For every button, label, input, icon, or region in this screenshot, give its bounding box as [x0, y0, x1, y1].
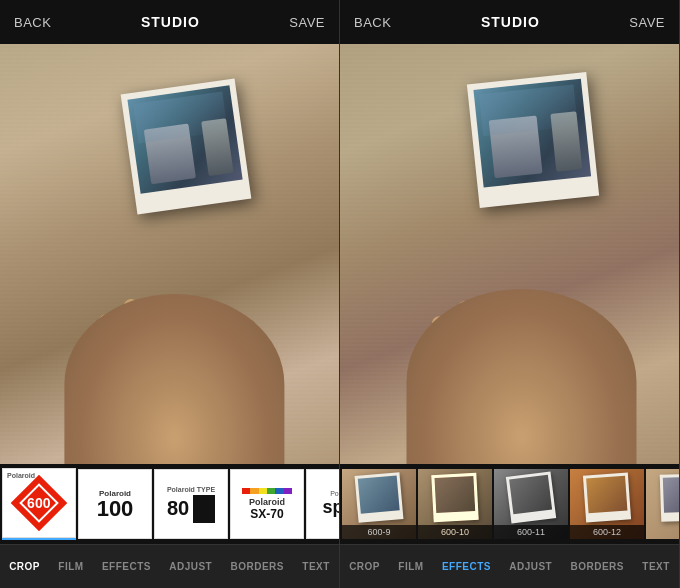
effect-label-600-11: 600-11	[494, 525, 568, 539]
left-panel: BACK STUDIO SAVE	[0, 0, 340, 588]
effect-thumb-extra[interactable]	[646, 469, 679, 539]
film-item-sx70[interactable]: Polaroid SX-70	[230, 468, 304, 540]
right-back-button[interactable]: BACK	[354, 15, 391, 30]
left-header: BACK STUDIO SAVE	[0, 0, 339, 44]
left-film-strip: Polaroid 600 Polaroid 100 Polaroid TYPE …	[0, 464, 339, 544]
right-nav-adjust[interactable]: ADJUST	[501, 557, 560, 576]
right-header: BACK STUDIO SAVE	[340, 0, 679, 44]
film-item-80[interactable]: Polaroid TYPE 80	[154, 468, 228, 540]
film-sx70-type: SX-70	[250, 507, 283, 521]
right-nav-text[interactable]: TEXT	[634, 557, 678, 576]
right-polaroid-frame	[467, 72, 599, 208]
effect-label-600-10: 600-10	[418, 525, 492, 539]
left-photo-area	[0, 44, 339, 464]
film-sx70-brand: Polaroid	[249, 497, 285, 507]
polaroid-frame	[121, 79, 252, 215]
right-nav-film[interactable]: FILM	[390, 557, 431, 576]
right-nav-crop[interactable]: CROP	[341, 557, 388, 576]
right-nav-effects[interactable]: EFFECTS	[434, 557, 499, 576]
left-bottom-nav: CROP FILM EFFECTS ADJUST BORDERS TEXT	[0, 544, 339, 588]
right-save-button[interactable]: SAVE	[629, 15, 665, 30]
effect-label-600-12: 600-12	[570, 525, 644, 539]
left-scene	[0, 44, 339, 464]
film-item-600[interactable]: Polaroid 600	[2, 468, 76, 540]
left-nav-text[interactable]: TEXT	[294, 557, 338, 576]
film-100-number: 100	[97, 498, 134, 520]
effect-thumb-600-12[interactable]: 600-12	[570, 469, 644, 539]
effect-thumb-600-9[interactable]: 600-9	[342, 469, 416, 539]
left-back-button[interactable]: BACK	[14, 15, 51, 30]
film-600-number: 600	[27, 495, 50, 511]
film-80-number: 80	[167, 497, 189, 520]
left-save-button[interactable]: SAVE	[289, 15, 325, 30]
film-spec-type: spec	[322, 497, 339, 518]
right-panel: BACK STUDIO SAVE	[340, 0, 680, 588]
left-nav-adjust[interactable]: ADJUST	[161, 557, 220, 576]
right-photo-area	[340, 44, 679, 464]
film-600-brand: Polaroid	[7, 472, 35, 479]
left-nav-crop[interactable]: CROP	[1, 557, 48, 576]
left-title: STUDIO	[141, 14, 200, 30]
right-title: STUDIO	[481, 14, 540, 30]
film-80-brand: Polaroid TYPE	[167, 486, 215, 493]
right-scene	[340, 44, 679, 464]
right-nav-borders[interactable]: BORDERS	[563, 557, 633, 576]
right-bottom-nav: CROP FILM EFFECTS ADJUST BORDERS TEXT	[340, 544, 679, 588]
right-effects-strip: 600-9 600-10 600-11	[340, 464, 679, 544]
left-nav-borders[interactable]: BORDERS	[223, 557, 293, 576]
film-spec-brand: Polaroid	[330, 490, 339, 497]
effect-thumb-600-10[interactable]: 600-10	[418, 469, 492, 539]
effect-label-600-9: 600-9	[342, 525, 416, 539]
film-item-100[interactable]: Polaroid 100	[78, 468, 152, 540]
left-nav-film[interactable]: FILM	[50, 557, 91, 576]
film-80-box	[193, 495, 215, 523]
effect-thumb-600-11[interactable]: 600-11	[494, 469, 568, 539]
left-nav-effects[interactable]: EFFECTS	[94, 557, 159, 576]
film-item-spec[interactable]: Polaroid spec	[306, 468, 339, 540]
